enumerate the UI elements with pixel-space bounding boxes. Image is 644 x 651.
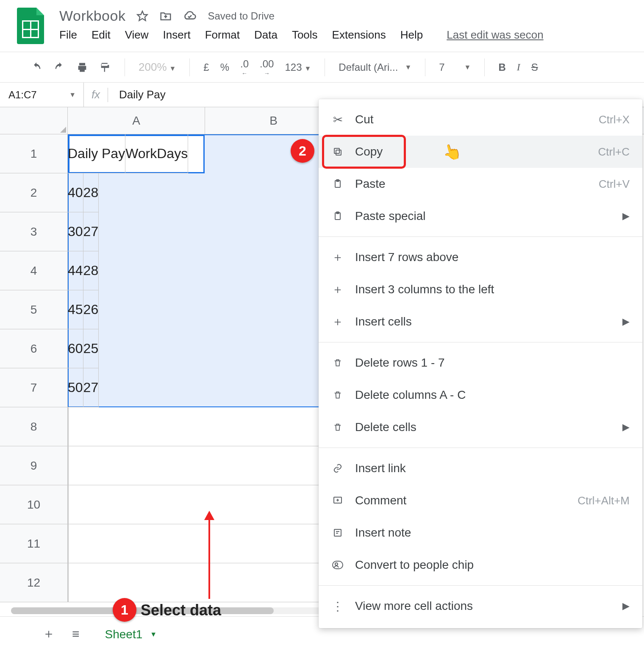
cell-B10[interactable] [68,485,69,524]
sheet-tab-1[interactable]: Sheet1▼ [97,617,166,651]
row-header-8[interactable]: 8 [0,407,68,446]
ctx-delete-rows[interactable]: Delete rows 1 - 7 [319,347,642,379]
row-header-11[interactable]: 11 [0,524,68,563]
bold-icon[interactable]: B [498,61,505,73]
link-icon [328,463,347,473]
ctx-copy[interactable]: Copy Ctrl+C [319,136,642,168]
font-size-select[interactable]: 7▼ [439,61,471,73]
menu-tools[interactable]: Tools [292,28,318,42]
cell-B2[interactable]: 28 [83,173,99,212]
toolbar: 200%▼ £ % .0← .00→ 123▼ Default (Ari...▼… [0,52,644,83]
menu-insert[interactable]: Insert [163,28,191,42]
plus-icon: ＋ [328,249,347,265]
menu-file[interactable]: File [59,28,77,42]
svg-point-10 [335,563,338,565]
add-sheet-icon[interactable]: ＋ [42,625,55,643]
ctx-insert-rows[interactable]: ＋ Insert 7 rows above [319,241,642,273]
cell-A6[interactable]: 60 [68,329,83,368]
col-header-A[interactable]: A [68,107,205,134]
format-number-select[interactable]: 123▼ [285,61,311,73]
menu-data[interactable]: Data [254,28,278,42]
paint-format-icon[interactable] [99,61,111,73]
saved-status: Saved to Drive [208,10,274,22]
cell-B4[interactable]: 28 [83,251,99,290]
ctx-insert-cols[interactable]: ＋ Insert 3 columns to the left [319,273,642,306]
row-header-4[interactable]: 4 [0,251,68,290]
menu-format[interactable]: Format [205,28,240,42]
row-header-10[interactable]: 10 [0,485,68,524]
cell-A5[interactable]: 45 [68,290,83,329]
last-edit[interactable]: Last edit was secon [447,28,543,42]
ctx-people-chip[interactable]: Convert to people chip [319,549,642,581]
cell-B5[interactable]: 26 [83,290,99,329]
svg-marker-0 [138,11,147,20]
star-icon[interactable] [136,10,148,22]
formula-input[interactable]: Daily Pay [108,88,166,101]
increase-decimal-icon[interactable]: .00→ [260,58,274,77]
menu-help[interactable]: Help [400,28,423,42]
menu-view[interactable]: View [125,28,149,42]
annotation-arrow [208,512,210,599]
italic-icon[interactable]: I [517,61,520,73]
ctx-cut[interactable]: ✂ Cut Ctrl+X [319,103,642,136]
currency-icon[interactable]: £ [203,61,209,73]
ctx-paste[interactable]: Paste Ctrl+V [319,168,642,200]
select-all-corner[interactable] [0,107,68,134]
trash-icon [328,423,347,432]
cell-B8[interactable] [68,407,69,446]
cell-B6[interactable]: 25 [83,329,99,368]
menubar: File Edit View Insert Format Data Tools … [59,28,544,42]
row-header-2[interactable]: 2 [0,173,68,212]
all-sheets-icon[interactable]: ≡ [72,627,80,641]
print-icon[interactable] [76,61,88,73]
cell-B1[interactable]: WorkDays [125,134,188,173]
undo-icon[interactable] [31,61,42,73]
cell-A4[interactable]: 44 [68,251,83,290]
ctx-insert-cells[interactable]: ＋ Insert cells ▶ [319,306,642,338]
plus-icon: ＋ [328,281,347,298]
ctx-insert-note[interactable]: Insert note [319,517,642,549]
annotation-step1-badge: 1 [113,598,136,622]
cell-A3[interactable]: 30 [68,212,83,251]
move-folder-icon[interactable] [159,10,172,22]
percent-icon[interactable]: % [220,61,229,73]
row-header-12[interactable]: 12 [0,563,68,602]
font-select[interactable]: Default (Ari...▼ [339,61,411,73]
doc-title[interactable]: Workbook [59,8,125,24]
trash-icon [328,358,347,367]
ctx-comment[interactable]: Comment Ctrl+Alt+M [319,484,642,517]
decrease-decimal-icon[interactable]: .0← [240,58,249,77]
more-icon: ⋮ [328,599,347,613]
cell-B12[interactable] [68,563,69,602]
name-box[interactable]: A1:C7▼ [0,83,84,107]
row-header-6[interactable]: 6 [0,329,68,368]
cell-A1[interactable]: Daily Pay [68,134,125,173]
ctx-paste-special[interactable]: Paste special ▶ [319,200,642,232]
cell-B11[interactable] [68,524,69,563]
cell-A2[interactable]: 40 [68,173,83,212]
cell-B9[interactable] [68,446,69,485]
ctx-delete-cols[interactable]: Delete columns A - C [319,379,642,411]
annotation-step1-label: Select data [141,601,221,619]
row-header-5[interactable]: 5 [0,290,68,329]
row-header-3[interactable]: 3 [0,212,68,251]
comment-icon [328,495,347,506]
trash-icon [328,390,347,400]
row-header-1[interactable]: 1 [0,134,68,173]
strike-icon[interactable]: S [531,61,538,73]
ctx-delete-cells[interactable]: Delete cells ▶ [319,411,642,443]
app-icon[interactable] [17,8,44,44]
ctx-insert-link[interactable]: Insert link [319,452,642,484]
menu-edit[interactable]: Edit [92,28,111,42]
cut-icon: ✂ [328,113,347,127]
zoom-select[interactable]: 200%▼ [139,61,176,74]
ctx-more-actions[interactable]: ⋮ View more cell actions ▶ [319,590,642,622]
redo-icon[interactable] [53,61,65,73]
cell-A7[interactable]: 50 [68,368,83,407]
cell-B3[interactable]: 27 [83,212,99,251]
people-chip-icon [328,561,347,569]
row-header-9[interactable]: 9 [0,446,68,485]
row-header-7[interactable]: 7 [0,368,68,407]
menu-extensions[interactable]: Extensions [332,28,386,42]
cell-B7[interactable]: 27 [83,368,99,407]
